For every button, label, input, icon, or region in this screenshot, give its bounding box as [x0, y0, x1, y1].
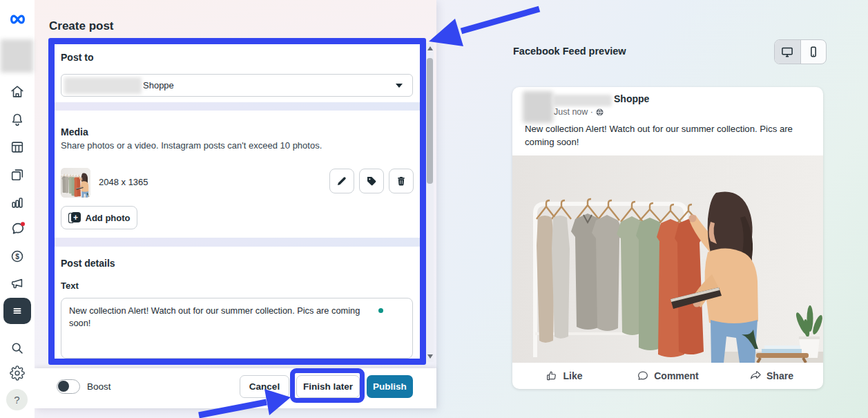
section-divider [55, 102, 420, 111]
share-button[interactable]: Share [720, 363, 823, 389]
hamburger-menu-icon [10, 304, 24, 318]
tag-media-button[interactable] [359, 169, 384, 193]
text-label: Text [61, 281, 79, 291]
add-photo-icon: + [68, 212, 81, 223]
notification-dot [21, 222, 25, 226]
meta-infinity-icon [8, 10, 28, 28]
thumbs-up-icon [546, 370, 558, 382]
edit-media-button[interactable] [329, 169, 354, 193]
post-to-label: Post to [61, 52, 93, 63]
comment-button[interactable]: Comment [616, 363, 720, 389]
sidebar: $ ? [0, 0, 35, 418]
chevron-down-icon [396, 84, 403, 88]
selected-page-label: Shoppe [143, 80, 174, 91]
sidebar-item-search[interactable] [10, 341, 25, 356]
chat-bubble-icon [10, 220, 26, 237]
sidebar-item-settings[interactable] [10, 365, 25, 381]
preview-title: Facebook Feed preview [513, 46, 626, 57]
content-icon [10, 167, 25, 182]
meta-logo[interactable] [8, 10, 28, 28]
page-name-redacted [64, 77, 142, 94]
facebook-post-preview-card: Shoppe Just now · New collection Alert! … [512, 87, 823, 389]
trash-icon [396, 175, 407, 187]
annotation-arrow-top [429, 9, 539, 46]
cancel-button[interactable]: Cancel [240, 375, 289, 398]
sidebar-item-content[interactable] [10, 167, 25, 182]
planner-icon [10, 140, 25, 155]
delete-media-button[interactable] [389, 169, 414, 193]
toggle-knob [58, 381, 69, 392]
create-post-panel: Create post Post to Shoppe Media Share p… [35, 0, 436, 408]
globe-icon [596, 108, 604, 116]
section-divider [55, 238, 420, 247]
post-timestamp: Just now · [554, 107, 604, 117]
megaphone-icon [10, 276, 25, 291]
clothes-rack-photo [512, 155, 823, 363]
media-title: Media [61, 126, 88, 137]
preview-post-image [512, 155, 823, 363]
text-status-dot [378, 308, 383, 313]
boost-toggle[interactable] [57, 379, 80, 394]
share-icon [749, 370, 762, 382]
svg-text:$: $ [15, 253, 19, 260]
desktop-preview-button[interactable] [775, 40, 800, 64]
sidebar-item-monetization[interactable]: $ [10, 249, 25, 264]
mobile-icon [807, 45, 820, 59]
media-thumbnail[interactable] [61, 168, 90, 198]
sidebar-item-notifications[interactable] [10, 112, 25, 127]
search-icon [10, 341, 25, 356]
comment-label: Comment [654, 370, 699, 381]
uploaded-photo-thumbnail [61, 168, 90, 198]
tag-icon [366, 175, 377, 187]
scroll-down-arrow-icon[interactable] [427, 354, 433, 359]
preview-post-text: New collection Alert! Watch out for our … [525, 123, 808, 149]
share-label: Share [766, 370, 793, 381]
post-form: Post to Shoppe Media Share photos or a v… [55, 44, 420, 359]
preview-page-name: Shoppe [614, 93, 649, 104]
sidebar-item-ads[interactable] [10, 276, 25, 291]
home-icon [10, 84, 25, 99]
sidebar-item-home[interactable] [10, 84, 25, 99]
bell-icon [10, 112, 25, 127]
form-footer: Boost Cancel Finish later Publish [35, 368, 436, 408]
sidebar-item-inbox[interactable] [10, 220, 25, 236]
gear-icon [10, 365, 25, 381]
boost-label: Boost [87, 381, 111, 392]
mobile-preview-button[interactable] [800, 40, 827, 64]
meta-business-suite-create-post: $ ? Create post [0, 0, 868, 418]
media-description: Share photos or a video. Instagram posts… [61, 140, 322, 151]
sidebar-item-help[interactable]: ? [6, 389, 28, 410]
pencil-icon [336, 175, 347, 187]
post-text-input[interactable]: New collection Alert! Watch out for our … [61, 298, 413, 359]
publish-button[interactable]: Publish [367, 375, 413, 398]
finish-later-button[interactable]: Finish later [296, 375, 360, 398]
page-name-redacted [552, 95, 612, 106]
sidebar-item-insights[interactable] [10, 195, 25, 210]
scrollbar-thumb[interactable] [427, 58, 433, 184]
form-scrollbar[interactable] [426, 43, 434, 362]
comment-icon [637, 370, 649, 382]
preview-device-toggle [774, 39, 827, 64]
sidebar-item-all-tools[interactable] [3, 298, 31, 324]
post-details-title: Post details [61, 258, 115, 269]
bar-chart-icon [10, 195, 25, 210]
page-title: Create post [49, 19, 114, 33]
desktop-icon [780, 45, 794, 59]
page-avatar-redacted [523, 91, 553, 123]
dollar-circle-icon: $ [10, 249, 25, 264]
scroll-up-arrow-icon[interactable] [427, 46, 433, 50]
question-mark-icon: ? [14, 394, 19, 406]
like-label: Like [563, 370, 582, 381]
post-to-dropdown[interactable]: Shoppe [61, 74, 413, 97]
sidebar-item-planner[interactable] [10, 140, 25, 155]
add-photo-button[interactable]: + Add photo [61, 206, 137, 229]
like-button[interactable]: Like [512, 363, 616, 389]
image-dimensions: 2048 x 1365 [99, 177, 148, 187]
business-avatar[interactable] [1, 39, 33, 73]
preview-action-bar: Like Comment Share [512, 363, 823, 389]
post-text-value: New collection Alert! Watch out for our … [69, 305, 366, 330]
add-photo-label: Add photo [86, 213, 131, 223]
